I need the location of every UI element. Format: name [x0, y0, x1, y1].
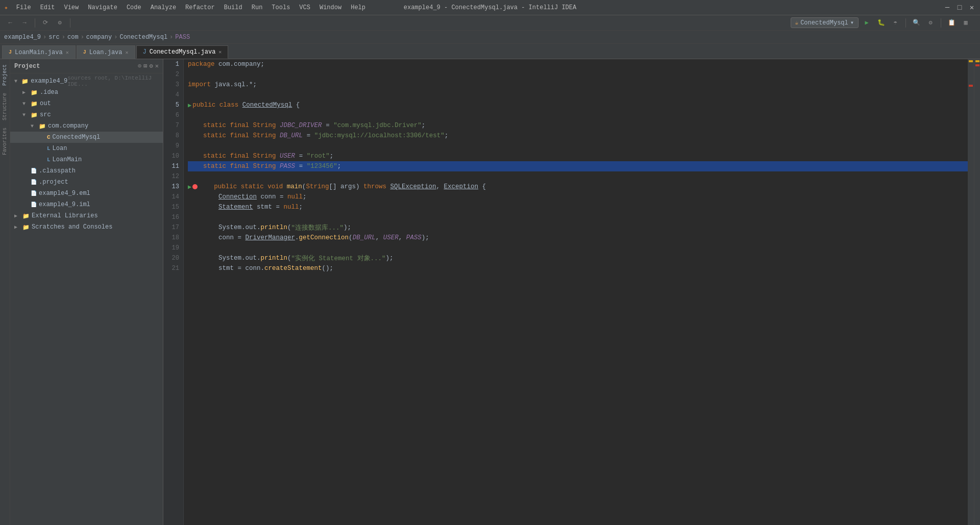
tree-item-classpath[interactable]: 📄 .classpath — [10, 165, 163, 177]
run-button[interactable]: ▶ — [861, 17, 873, 29]
line-num-16: 16 — [163, 212, 183, 222]
vcs-button[interactable]: 📋 — [945, 17, 958, 29]
sidebar-expand-icon[interactable]: ⊞ — [143, 62, 147, 70]
sidebar-settings-icon[interactable]: ⚙ — [150, 62, 153, 70]
plain-11d — [276, 163, 280, 170]
method-main: main — [287, 183, 302, 190]
breadcrumb-com[interactable]: com — [67, 34, 79, 41]
tree-item-idea[interactable]: ▶ 📁 .idea — [10, 87, 163, 98]
tab-label-conectedmysql: ConectedMysql.java — [150, 48, 216, 56]
method-createstatement: createStatement — [264, 265, 322, 272]
plain-14b: conn = — [257, 193, 287, 201]
code-editor[interactable]: package com.company; import java.sql.*; … — [184, 59, 968, 525]
menu-help[interactable]: Help — [347, 3, 370, 12]
tab-close-loan[interactable]: ✕ — [126, 49, 129, 56]
menu-refactor[interactable]: Refactor — [181, 3, 219, 12]
tree-item-project-file[interactable]: 📄 .project — [10, 177, 163, 188]
breadcrumb-class[interactable]: ConectedMysql — [119, 34, 167, 41]
kw-null-14: null — [287, 193, 303, 201]
menu-file[interactable]: File — [12, 3, 35, 12]
menu-tools[interactable]: Tools — [267, 3, 294, 12]
vtab-structure[interactable]: Structure — [1, 90, 9, 123]
menu-edit[interactable]: Edit — [36, 3, 59, 12]
line-num-8: 8 — [163, 131, 183, 141]
forward-button[interactable]: → — [18, 17, 31, 29]
code-line-18: conn = DriverManager . getConnection ( D… — [188, 233, 968, 243]
var-user: USER — [280, 153, 295, 160]
layout-button[interactable]: ▦ — [960, 17, 972, 29]
maximize-button[interactable]: □ — [955, 4, 964, 12]
kw-public-13: public — [214, 183, 237, 190]
file-icon-iml: 📄 — [31, 202, 37, 208]
kw-throws: throws — [363, 183, 386, 190]
tree-item-company[interactable]: ▼ 📁 com.company — [10, 120, 163, 132]
class-icon-loanmain: L — [47, 157, 51, 163]
minimize-button[interactable]: ─ — [943, 4, 951, 12]
sync-button[interactable]: ⟳ — [39, 17, 52, 29]
tab-label-loanmain: LoanMain.java — [15, 49, 63, 56]
right-error-indicator — [975, 64, 979, 66]
menu-run[interactable]: Run — [248, 3, 267, 12]
folder-icon-out: 📁 — [31, 101, 38, 107]
back-button[interactable]: ← — [4, 17, 16, 29]
tree-item-out[interactable]: ▼ 📁 out — [10, 98, 163, 109]
vtab-project[interactable]: Project — [1, 61, 9, 89]
plain-7d — [276, 122, 280, 129]
tree-item-src[interactable]: ▼ 📁 src — [10, 109, 163, 120]
tab-icon-loan: J — [83, 49, 86, 55]
window-title: example4_9 - ConectedMysql.java - Intell… — [404, 4, 576, 11]
sidebar-close-icon[interactable]: ✕ — [155, 62, 159, 70]
search-everywhere-button[interactable]: 🔍 — [910, 17, 922, 29]
plain-21b: (); — [322, 265, 334, 272]
menu-navigate[interactable]: Navigate — [84, 3, 121, 12]
run-config-dropdown[interactable]: ☕ ConectedMysql ▾ — [791, 17, 859, 28]
debug-button[interactable]: 🐛 — [875, 17, 887, 29]
tree-item-conectedmysql[interactable]: C ConectedMysql — [10, 132, 163, 143]
plain-15a — [188, 204, 218, 211]
tree-item-root[interactable]: ▼ 📁 example4_9 sources root, D:\IntelliJ… — [10, 76, 163, 87]
tab-close-conectedmysql[interactable]: ✕ — [218, 49, 222, 55]
menu-build[interactable]: Build — [220, 3, 247, 12]
tree-item-scratches[interactable]: ▶ 📁 Scratches and Consoles — [10, 221, 163, 233]
vtab-favorites[interactable]: Favorites — [1, 124, 9, 158]
window-controls: ─ □ ✕ — [943, 4, 976, 12]
title-bar-left: ✦ File Edit View Navigate Code Analyze R… — [4, 3, 370, 12]
breadcrumb-field[interactable]: PASS — [175, 34, 190, 41]
line-num-9: 9 — [163, 141, 183, 151]
breadcrumb-src[interactable]: src — [48, 34, 60, 41]
run-config-chevron: ▾ — [850, 19, 854, 27]
breadcrumb-project[interactable]: example4_9 — [4, 34, 41, 41]
tree-item-extlibs[interactable]: ▶ 📁 External Libraries — [10, 210, 163, 221]
kw-string-11: String — [253, 163, 276, 170]
menu-view[interactable]: View — [60, 3, 83, 12]
var-user-18: USER — [383, 234, 399, 241]
gear-button[interactable]: ⚙ — [924, 17, 937, 29]
line-num-19: 19 — [163, 243, 183, 253]
tree-item-eml[interactable]: 📄 example4_9.eml — [10, 188, 163, 199]
tree-label-eml: example4_9.eml — [39, 190, 90, 197]
file-icon-project: 📄 — [31, 179, 37, 185]
str-jdbc: "com.mysql.jdbc.Driver" — [333, 122, 422, 129]
plain-3: java.sql.*; — [211, 81, 257, 88]
settings-button[interactable]: ⚙ — [54, 17, 66, 29]
line-num-18: 18 — [163, 233, 183, 243]
tree-item-loan[interactable]: L Loan — [10, 143, 163, 154]
menu-code[interactable]: Code — [122, 3, 145, 12]
coverage-button[interactable]: ☂ — [889, 17, 901, 29]
plain-8d — [276, 132, 280, 139]
tab-loan[interactable]: J Loan.java ✕ — [77, 45, 135, 59]
code-line-17: System.out. println ( "连接数据库..." ); — [188, 222, 968, 233]
run-arrow-5: ▶ — [188, 102, 191, 109]
breadcrumb-company[interactable]: company — [86, 34, 112, 41]
close-button[interactable]: ✕ — [968, 4, 976, 12]
sidebar-locate-icon[interactable]: ⊙ — [138, 62, 141, 70]
menu-window[interactable]: Window — [315, 3, 346, 12]
tree-item-iml[interactable]: 📄 example4_9.iml — [10, 199, 163, 210]
tree-arrow-root: ▼ — [14, 79, 21, 84]
tab-conectedmysql[interactable]: J ConectedMysql.java ✕ — [136, 45, 229, 59]
tree-item-loanmain[interactable]: L LoanMain — [10, 154, 163, 165]
menu-vcs[interactable]: VCS — [295, 3, 314, 12]
tab-close-loanmain[interactable]: ✕ — [66, 49, 69, 56]
tab-loanmain[interactable]: J LoanMain.java ✕ — [2, 45, 76, 59]
menu-analyze[interactable]: Analyze — [146, 3, 180, 12]
